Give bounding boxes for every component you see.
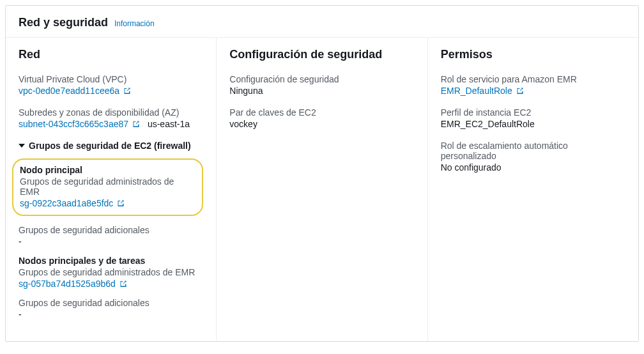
primary-node-managed-label: Grupos de seguridad administrados de EMR bbox=[20, 176, 193, 197]
security-config-field: Configuración de seguridad Ninguna bbox=[229, 74, 414, 96]
external-link-icon bbox=[123, 87, 131, 95]
keypair-value: vockey bbox=[229, 119, 414, 129]
primary-node-sg-text: sg-0922c3aad1a8e5fdc bbox=[20, 198, 113, 208]
external-link-icon bbox=[516, 87, 524, 95]
vpc-link-text: vpc-0ed0e7eadd11cee6a bbox=[19, 86, 119, 96]
column-security: Configuración de seguridad Configuración… bbox=[216, 38, 427, 341]
network-security-panel: Red y seguridad Información Red Virtual … bbox=[5, 5, 639, 342]
columns: Red Virtual Private Cloud (VPC) vpc-0ed0… bbox=[6, 38, 638, 341]
autoscale-role-label: Rol de escalamiento automático personali… bbox=[441, 141, 625, 161]
security-heading: Configuración de seguridad bbox=[229, 48, 414, 61]
task-nodes-sg-link[interactable]: sg-057ba74d1525a9b6d bbox=[19, 279, 127, 289]
instance-profile-field: Perfil de instancia EC2 EMR_EC2_DefaultR… bbox=[441, 107, 625, 129]
keypair-label: Par de claves de EC2 bbox=[229, 107, 414, 118]
additional-sg-2-label: Grupos de seguridad adicionales bbox=[19, 298, 203, 308]
keypair-field: Par de claves de EC2 vockey bbox=[229, 107, 414, 129]
additional-sg-2-value: - bbox=[19, 309, 203, 319]
column-permissions: Permisos Rol de servicio para Amazon EMR… bbox=[427, 38, 638, 341]
autoscale-role-field: Rol de escalamiento automático personali… bbox=[441, 141, 625, 173]
chevron-down-icon bbox=[19, 144, 25, 148]
instance-profile-label: Perfil de instancia EC2 bbox=[441, 107, 625, 118]
additional-sg-1-label: Grupos de seguridad adicionales bbox=[19, 225, 203, 235]
task-nodes-sg-text: sg-057ba74d1525a9b6d bbox=[19, 279, 116, 289]
panel-header: Red y seguridad Información bbox=[6, 6, 638, 38]
ec2-sg-toggle-label: Grupos de seguridad de EC2 (firewall) bbox=[29, 141, 191, 151]
panel-title: Red y seguridad bbox=[19, 16, 108, 29]
subnet-link-text: subnet-043ccf3c665c3ae87 bbox=[19, 119, 128, 129]
subnet-field: Subredes y zonas de disponibilidad (AZ) … bbox=[19, 107, 203, 129]
instance-profile-value: EMR_EC2_DefaultRole bbox=[441, 119, 625, 129]
additional-sg-2: Grupos de seguridad adicionales - bbox=[19, 298, 203, 319]
task-nodes-managed-label: Grupos de seguridad administrados de EMR bbox=[19, 267, 203, 277]
permissions-heading: Permisos bbox=[441, 48, 625, 61]
task-nodes-block: Nodos principales y de tareas Grupos de … bbox=[19, 256, 203, 289]
primary-node-highlight: Nodo principal Grupos de seguridad admin… bbox=[12, 158, 203, 216]
column-network: Red Virtual Private Cloud (VPC) vpc-0ed0… bbox=[6, 38, 216, 341]
security-config-value: Ninguna bbox=[229, 86, 414, 96]
vpc-link[interactable]: vpc-0ed0e7eadd11cee6a bbox=[19, 86, 131, 96]
service-role-field: Rol de servicio para Amazon EMR EMR_Defa… bbox=[441, 74, 625, 96]
service-role-label: Rol de servicio para Amazon EMR bbox=[441, 74, 625, 84]
external-link-icon bbox=[132, 120, 140, 128]
subnet-label: Subredes y zonas de disponibilidad (AZ) bbox=[19, 107, 203, 118]
ec2-sg-toggle[interactable]: Grupos de seguridad de EC2 (firewall) bbox=[19, 141, 203, 151]
network-heading: Red bbox=[19, 48, 203, 61]
additional-sg-1-value: - bbox=[19, 236, 203, 247]
availability-zone: us-east-1a bbox=[148, 119, 190, 129]
vpc-label: Virtual Private Cloud (VPC) bbox=[19, 74, 203, 84]
additional-sg-1: Grupos de seguridad adicionales - bbox=[19, 225, 203, 247]
task-nodes-title: Nodos principales y de tareas bbox=[19, 256, 203, 266]
external-link-icon bbox=[117, 199, 125, 207]
service-role-link[interactable]: EMR_DefaultRole bbox=[441, 86, 524, 96]
service-role-link-text: EMR_DefaultRole bbox=[441, 86, 512, 96]
primary-node-sg-link[interactable]: sg-0922c3aad1a8e5fdc bbox=[20, 198, 125, 208]
primary-node-title: Nodo principal bbox=[20, 165, 193, 175]
security-config-label: Configuración de seguridad bbox=[229, 74, 414, 84]
subnet-link[interactable]: subnet-043ccf3c665c3ae87 bbox=[19, 119, 140, 129]
vpc-field: Virtual Private Cloud (VPC) vpc-0ed0e7ea… bbox=[19, 74, 203, 96]
info-link[interactable]: Información bbox=[114, 19, 155, 28]
external-link-icon bbox=[119, 280, 127, 288]
autoscale-role-value: No configurado bbox=[441, 162, 625, 173]
